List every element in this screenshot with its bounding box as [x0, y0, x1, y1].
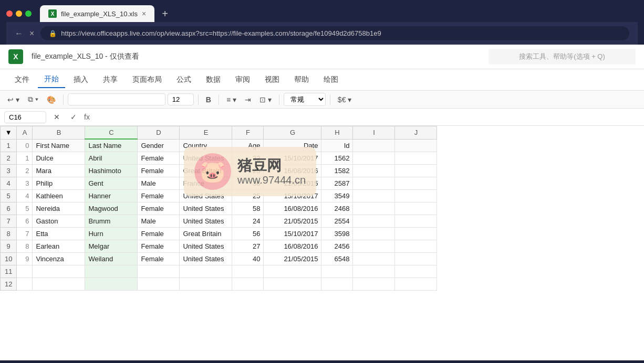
- currency-button[interactable]: $€ ▾: [335, 93, 355, 106]
- row-header-12[interactable]: 12: [1, 277, 17, 290]
- cell-r9-c9[interactable]: [353, 240, 395, 252]
- cell-r9-c4[interactable]: Female: [138, 240, 180, 252]
- font-size-selector[interactable]: [168, 93, 194, 105]
- format-painter-button[interactable]: 🎨: [44, 93, 59, 106]
- cell-r10-c2[interactable]: Vincenza: [33, 252, 85, 265]
- back-button[interactable]: ←: [15, 29, 23, 38]
- row-header-6[interactable]: 6: [1, 202, 17, 215]
- cell-r9-c1[interactable]: 8: [17, 240, 33, 252]
- copy-button[interactable]: ⧉ ▾: [25, 93, 41, 106]
- cell-r2-c10[interactable]: [395, 152, 437, 164]
- cell-r6-c2[interactable]: Nereida: [33, 202, 85, 215]
- cell-r7-c4[interactable]: Male: [138, 215, 180, 227]
- cell-r2-c3[interactable]: Abril: [85, 152, 138, 164]
- cell-r9-c3[interactable]: Melgar: [85, 240, 138, 252]
- active-tab[interactable]: X file_example_XLS_10.xls ×: [40, 5, 154, 22]
- cell-r3-c6[interactable]: 25: [232, 164, 264, 177]
- cell-r5-c10[interactable]: [395, 189, 437, 202]
- menu-review[interactable]: 审阅: [229, 72, 256, 88]
- cell-r9-c2[interactable]: Earlean: [33, 240, 85, 252]
- cell-r3-c5[interactable]: Great Britain: [180, 164, 232, 177]
- menu-home[interactable]: 开始: [38, 71, 65, 88]
- row-header-9[interactable]: 9: [1, 240, 17, 252]
- cell-r10-c5[interactable]: United States: [180, 252, 232, 265]
- cell-r8-c7[interactable]: 15/10/2017: [264, 227, 321, 240]
- close-button[interactable]: [6, 10, 13, 17]
- cell-r10-c10[interactable]: [395, 252, 437, 265]
- cell-r1-c5[interactable]: Country: [180, 139, 232, 152]
- cell-r6-c1[interactable]: 5: [17, 202, 33, 215]
- cell-r12-c2[interactable]: [33, 277, 85, 290]
- cell-r3-c7[interactable]: 16/08/2016: [264, 164, 321, 177]
- cell-r12-c9[interactable]: [353, 277, 395, 290]
- cell-r9-c6[interactable]: 27: [232, 240, 264, 252]
- cell-r12-c10[interactable]: [395, 277, 437, 290]
- search-box[interactable]: 搜索工具、帮助等(选项 + Q): [489, 49, 636, 65]
- col-header-h[interactable]: H: [321, 126, 353, 140]
- undo-button[interactable]: ↩ ▾: [4, 93, 23, 106]
- cell-r5-c8[interactable]: 3549: [321, 189, 353, 202]
- col-header-c[interactable]: C: [85, 126, 138, 140]
- cell-r1-c3[interactable]: Last Name: [85, 139, 138, 152]
- cell-r4-c4[interactable]: Male: [138, 177, 180, 189]
- cell-r4-c8[interactable]: 2587: [321, 177, 353, 189]
- menu-help[interactable]: 帮助: [288, 72, 315, 88]
- menu-file[interactable]: 文件: [8, 72, 36, 88]
- cell-r3-c3[interactable]: Hashimoto: [85, 164, 138, 177]
- cell-r2-c2[interactable]: Dulce: [33, 152, 85, 164]
- cell-r10-c8[interactable]: 6548: [321, 252, 353, 265]
- number-format-selector[interactable]: 常规: [284, 93, 326, 106]
- bold-button[interactable]: B: [203, 93, 214, 106]
- cell-r11-c9[interactable]: [353, 265, 395, 277]
- cell-r2-c4[interactable]: Female: [138, 152, 180, 164]
- minimize-button[interactable]: [16, 10, 22, 17]
- cell-r10-c6[interactable]: 40: [232, 252, 264, 265]
- cell-r7-c8[interactable]: 2554: [321, 215, 353, 227]
- col-header-f[interactable]: F: [232, 126, 264, 140]
- cell-r1-c1[interactable]: 0: [17, 139, 33, 152]
- cell-r5-c2[interactable]: Kathleen: [33, 189, 85, 202]
- cell-r6-c10[interactable]: [395, 202, 437, 215]
- cell-r12-c4[interactable]: [138, 277, 180, 290]
- cell-r6-c9[interactable]: [353, 202, 395, 215]
- cell-r8-c1[interactable]: 7: [17, 227, 33, 240]
- spreadsheet[interactable]: ▼ A B C D E F G H I J 10First NameLast N…: [0, 126, 644, 353]
- cell-r4-c2[interactable]: Philip: [33, 177, 85, 189]
- cell-r12-c1[interactable]: [17, 277, 33, 290]
- cell-r5-c9[interactable]: [353, 189, 395, 202]
- cell-r8-c8[interactable]: 3598: [321, 227, 353, 240]
- cell-r11-c10[interactable]: [395, 265, 437, 277]
- row-header-5[interactable]: 5: [1, 189, 17, 202]
- cell-r3-c4[interactable]: Female: [138, 164, 180, 177]
- cell-reference-input[interactable]: [4, 111, 46, 123]
- cell-r6-c7[interactable]: 16/08/2016: [264, 202, 321, 215]
- cancel-formula-button[interactable]: ✕: [50, 111, 63, 123]
- cell-r6-c4[interactable]: Female: [138, 202, 180, 215]
- row-header-2[interactable]: 2: [1, 152, 17, 164]
- cell-r3-c8[interactable]: 1582: [321, 164, 353, 177]
- cell-r3-c1[interactable]: 2: [17, 164, 33, 177]
- indent-button[interactable]: ⇥: [242, 93, 254, 106]
- cell-r5-c1[interactable]: 4: [17, 189, 33, 202]
- col-header-d[interactable]: D: [138, 126, 180, 140]
- cell-r8-c6[interactable]: 56: [232, 227, 264, 240]
- cell-r5-c7[interactable]: 15/10/2017: [264, 189, 321, 202]
- cell-r10-c9[interactable]: [353, 252, 395, 265]
- cell-r7-c9[interactable]: [353, 215, 395, 227]
- col-header-j[interactable]: J: [395, 126, 437, 140]
- tab-close-button[interactable]: ×: [142, 9, 146, 18]
- cell-r8-c9[interactable]: [353, 227, 395, 240]
- cell-r12-c8[interactable]: [321, 277, 353, 290]
- cell-r2-c8[interactable]: 1562: [321, 152, 353, 164]
- cell-r12-c3[interactable]: [85, 277, 138, 290]
- cell-r5-c6[interactable]: 25: [232, 189, 264, 202]
- cell-r3-c9[interactable]: [353, 164, 395, 177]
- cell-r2-c7[interactable]: 15/10/2017: [264, 152, 321, 164]
- row-header-3[interactable]: 3: [1, 164, 17, 177]
- menu-view[interactable]: 视图: [258, 72, 286, 88]
- cell-r4-c9[interactable]: [353, 177, 395, 189]
- col-header-g[interactable]: G: [264, 126, 321, 140]
- cell-r2-c9[interactable]: [353, 152, 395, 164]
- cell-r6-c3[interactable]: Magwood: [85, 202, 138, 215]
- menu-data[interactable]: 数据: [200, 72, 227, 88]
